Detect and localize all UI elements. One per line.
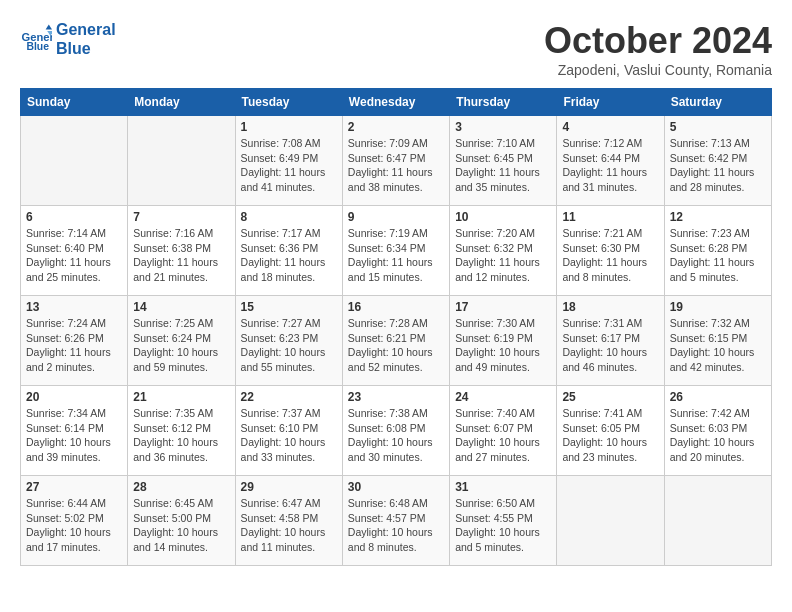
day-info: Sunrise: 7:30 AMSunset: 6:19 PMDaylight:… bbox=[455, 316, 551, 375]
calendar-cell: 9Sunrise: 7:19 AMSunset: 6:34 PMDaylight… bbox=[342, 206, 449, 296]
day-info: Sunrise: 6:45 AMSunset: 5:00 PMDaylight:… bbox=[133, 496, 229, 555]
logo-icon: General Blue bbox=[20, 23, 52, 55]
calendar-cell: 28Sunrise: 6:45 AMSunset: 5:00 PMDayligh… bbox=[128, 476, 235, 566]
calendar-day-header: Sunday bbox=[21, 89, 128, 116]
calendar-cell: 6Sunrise: 7:14 AMSunset: 6:40 PMDaylight… bbox=[21, 206, 128, 296]
calendar-cell: 29Sunrise: 6:47 AMSunset: 4:58 PMDayligh… bbox=[235, 476, 342, 566]
day-number: 23 bbox=[348, 390, 444, 404]
calendar-day-header: Friday bbox=[557, 89, 664, 116]
day-info: Sunrise: 7:17 AMSunset: 6:36 PMDaylight:… bbox=[241, 226, 337, 285]
calendar-cell: 5Sunrise: 7:13 AMSunset: 6:42 PMDaylight… bbox=[664, 116, 771, 206]
calendar-day-header: Wednesday bbox=[342, 89, 449, 116]
calendar-cell: 22Sunrise: 7:37 AMSunset: 6:10 PMDayligh… bbox=[235, 386, 342, 476]
calendar-cell: 11Sunrise: 7:21 AMSunset: 6:30 PMDayligh… bbox=[557, 206, 664, 296]
calendar-cell: 7Sunrise: 7:16 AMSunset: 6:38 PMDaylight… bbox=[128, 206, 235, 296]
calendar-cell: 14Sunrise: 7:25 AMSunset: 6:24 PMDayligh… bbox=[128, 296, 235, 386]
day-info: Sunrise: 7:35 AMSunset: 6:12 PMDaylight:… bbox=[133, 406, 229, 465]
calendar-week-row: 27Sunrise: 6:44 AMSunset: 5:02 PMDayligh… bbox=[21, 476, 772, 566]
day-info: Sunrise: 7:34 AMSunset: 6:14 PMDaylight:… bbox=[26, 406, 122, 465]
calendar-cell: 13Sunrise: 7:24 AMSunset: 6:26 PMDayligh… bbox=[21, 296, 128, 386]
day-info: Sunrise: 7:32 AMSunset: 6:15 PMDaylight:… bbox=[670, 316, 766, 375]
calendar-day-header: Tuesday bbox=[235, 89, 342, 116]
calendar-cell: 26Sunrise: 7:42 AMSunset: 6:03 PMDayligh… bbox=[664, 386, 771, 476]
svg-marker-2 bbox=[46, 25, 52, 30]
day-number: 17 bbox=[455, 300, 551, 314]
day-info: Sunrise: 7:31 AMSunset: 6:17 PMDaylight:… bbox=[562, 316, 658, 375]
calendar-cell: 18Sunrise: 7:31 AMSunset: 6:17 PMDayligh… bbox=[557, 296, 664, 386]
day-number: 26 bbox=[670, 390, 766, 404]
day-number: 8 bbox=[241, 210, 337, 224]
calendar-week-row: 6Sunrise: 7:14 AMSunset: 6:40 PMDaylight… bbox=[21, 206, 772, 296]
location-subtitle: Zapodeni, Vaslui County, Romania bbox=[544, 62, 772, 78]
day-info: Sunrise: 7:38 AMSunset: 6:08 PMDaylight:… bbox=[348, 406, 444, 465]
day-number: 28 bbox=[133, 480, 229, 494]
svg-text:Blue: Blue bbox=[26, 41, 49, 52]
calendar-cell bbox=[557, 476, 664, 566]
day-number: 6 bbox=[26, 210, 122, 224]
day-info: Sunrise: 7:24 AMSunset: 6:26 PMDaylight:… bbox=[26, 316, 122, 375]
calendar-header-row: SundayMondayTuesdayWednesdayThursdayFrid… bbox=[21, 89, 772, 116]
day-number: 16 bbox=[348, 300, 444, 314]
title-block: October 2024 Zapodeni, Vaslui County, Ro… bbox=[544, 20, 772, 78]
day-number: 9 bbox=[348, 210, 444, 224]
day-info: Sunrise: 7:20 AMSunset: 6:32 PMDaylight:… bbox=[455, 226, 551, 285]
day-number: 29 bbox=[241, 480, 337, 494]
calendar-cell: 17Sunrise: 7:30 AMSunset: 6:19 PMDayligh… bbox=[450, 296, 557, 386]
calendar-cell: 3Sunrise: 7:10 AMSunset: 6:45 PMDaylight… bbox=[450, 116, 557, 206]
day-number: 21 bbox=[133, 390, 229, 404]
day-number: 10 bbox=[455, 210, 551, 224]
calendar-body: 1Sunrise: 7:08 AMSunset: 6:49 PMDaylight… bbox=[21, 116, 772, 566]
day-info: Sunrise: 7:13 AMSunset: 6:42 PMDaylight:… bbox=[670, 136, 766, 195]
day-info: Sunrise: 7:28 AMSunset: 6:21 PMDaylight:… bbox=[348, 316, 444, 375]
day-info: Sunrise: 7:41 AMSunset: 6:05 PMDaylight:… bbox=[562, 406, 658, 465]
day-number: 4 bbox=[562, 120, 658, 134]
page-header: General Blue General Blue October 2024 Z… bbox=[20, 20, 772, 78]
day-number: 27 bbox=[26, 480, 122, 494]
calendar-cell: 8Sunrise: 7:17 AMSunset: 6:36 PMDaylight… bbox=[235, 206, 342, 296]
calendar-cell: 12Sunrise: 7:23 AMSunset: 6:28 PMDayligh… bbox=[664, 206, 771, 296]
day-number: 30 bbox=[348, 480, 444, 494]
calendar-cell bbox=[128, 116, 235, 206]
day-info: Sunrise: 7:12 AMSunset: 6:44 PMDaylight:… bbox=[562, 136, 658, 195]
day-number: 5 bbox=[670, 120, 766, 134]
calendar-cell: 27Sunrise: 6:44 AMSunset: 5:02 PMDayligh… bbox=[21, 476, 128, 566]
calendar-cell: 21Sunrise: 7:35 AMSunset: 6:12 PMDayligh… bbox=[128, 386, 235, 476]
calendar-cell: 31Sunrise: 6:50 AMSunset: 4:55 PMDayligh… bbox=[450, 476, 557, 566]
day-info: Sunrise: 7:21 AMSunset: 6:30 PMDaylight:… bbox=[562, 226, 658, 285]
day-info: Sunrise: 7:25 AMSunset: 6:24 PMDaylight:… bbox=[133, 316, 229, 375]
calendar-week-row: 20Sunrise: 7:34 AMSunset: 6:14 PMDayligh… bbox=[21, 386, 772, 476]
month-title: October 2024 bbox=[544, 20, 772, 62]
calendar-cell: 23Sunrise: 7:38 AMSunset: 6:08 PMDayligh… bbox=[342, 386, 449, 476]
day-number: 12 bbox=[670, 210, 766, 224]
calendar-cell: 16Sunrise: 7:28 AMSunset: 6:21 PMDayligh… bbox=[342, 296, 449, 386]
day-number: 11 bbox=[562, 210, 658, 224]
day-info: Sunrise: 7:08 AMSunset: 6:49 PMDaylight:… bbox=[241, 136, 337, 195]
logo: General Blue General Blue bbox=[20, 20, 116, 58]
calendar-cell bbox=[21, 116, 128, 206]
calendar-day-header: Monday bbox=[128, 89, 235, 116]
day-info: Sunrise: 7:42 AMSunset: 6:03 PMDaylight:… bbox=[670, 406, 766, 465]
calendar-cell: 4Sunrise: 7:12 AMSunset: 6:44 PMDaylight… bbox=[557, 116, 664, 206]
calendar-cell: 25Sunrise: 7:41 AMSunset: 6:05 PMDayligh… bbox=[557, 386, 664, 476]
calendar-cell: 30Sunrise: 6:48 AMSunset: 4:57 PMDayligh… bbox=[342, 476, 449, 566]
calendar-cell: 19Sunrise: 7:32 AMSunset: 6:15 PMDayligh… bbox=[664, 296, 771, 386]
calendar-cell: 10Sunrise: 7:20 AMSunset: 6:32 PMDayligh… bbox=[450, 206, 557, 296]
day-number: 13 bbox=[26, 300, 122, 314]
calendar-cell: 20Sunrise: 7:34 AMSunset: 6:14 PMDayligh… bbox=[21, 386, 128, 476]
day-info: Sunrise: 7:40 AMSunset: 6:07 PMDaylight:… bbox=[455, 406, 551, 465]
calendar-cell: 15Sunrise: 7:27 AMSunset: 6:23 PMDayligh… bbox=[235, 296, 342, 386]
calendar-cell bbox=[664, 476, 771, 566]
day-number: 15 bbox=[241, 300, 337, 314]
day-number: 7 bbox=[133, 210, 229, 224]
day-info: Sunrise: 7:19 AMSunset: 6:34 PMDaylight:… bbox=[348, 226, 444, 285]
calendar-table: SundayMondayTuesdayWednesdayThursdayFrid… bbox=[20, 88, 772, 566]
day-info: Sunrise: 7:27 AMSunset: 6:23 PMDaylight:… bbox=[241, 316, 337, 375]
day-info: Sunrise: 6:50 AMSunset: 4:55 PMDaylight:… bbox=[455, 496, 551, 555]
day-number: 20 bbox=[26, 390, 122, 404]
day-info: Sunrise: 7:16 AMSunset: 6:38 PMDaylight:… bbox=[133, 226, 229, 285]
day-info: Sunrise: 6:48 AMSunset: 4:57 PMDaylight:… bbox=[348, 496, 444, 555]
day-info: Sunrise: 7:14 AMSunset: 6:40 PMDaylight:… bbox=[26, 226, 122, 285]
day-number: 22 bbox=[241, 390, 337, 404]
day-number: 3 bbox=[455, 120, 551, 134]
day-number: 18 bbox=[562, 300, 658, 314]
